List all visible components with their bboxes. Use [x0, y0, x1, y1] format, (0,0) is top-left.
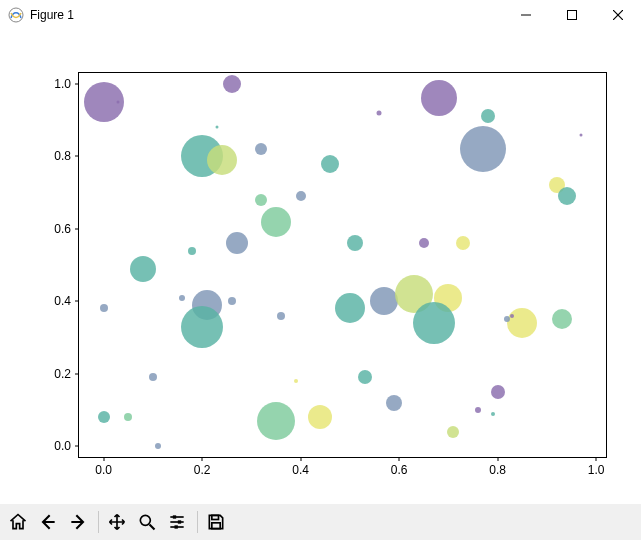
data-point — [215, 126, 218, 129]
data-point — [413, 302, 455, 344]
y-tick-label: 0.6 — [54, 222, 71, 236]
forward-button[interactable] — [64, 508, 92, 536]
data-point — [261, 207, 291, 237]
x-tick-label: 0.0 — [95, 463, 112, 477]
data-point — [155, 443, 161, 449]
x-tick — [300, 457, 301, 461]
data-point — [124, 413, 132, 421]
figure-canvas: 0.00.20.40.60.81.00.00.20.40.60.81.0 — [0, 30, 641, 504]
window-close-button[interactable] — [595, 0, 641, 30]
svg-rect-12 — [175, 525, 178, 528]
svg-point-0 — [9, 8, 23, 22]
data-point — [257, 402, 295, 440]
home-button[interactable] — [4, 508, 32, 536]
configure-subplots-button[interactable] — [163, 508, 191, 536]
data-point — [100, 304, 108, 312]
x-tick-label: 0.6 — [391, 463, 408, 477]
save-button[interactable] — [202, 508, 230, 536]
x-tick-label: 1.0 — [588, 463, 605, 477]
svg-rect-14 — [212, 523, 220, 529]
svg-rect-8 — [173, 515, 176, 518]
data-point — [181, 306, 223, 348]
window-minimize-button[interactable] — [503, 0, 549, 30]
data-point — [504, 316, 510, 322]
x-tick — [202, 457, 203, 461]
data-point — [491, 412, 495, 416]
data-point — [179, 295, 185, 301]
x-tick-label: 0.8 — [489, 463, 506, 477]
data-point — [149, 373, 157, 381]
x-tick — [103, 457, 104, 461]
data-point — [481, 109, 495, 123]
y-tick — [75, 228, 79, 229]
svg-rect-10 — [178, 520, 181, 523]
y-tick-label: 0.0 — [54, 439, 71, 453]
y-tick — [75, 156, 79, 157]
data-point — [223, 75, 241, 93]
x-tick — [497, 457, 498, 461]
svg-point-5 — [140, 515, 150, 525]
app-icon — [8, 7, 24, 23]
data-point — [130, 256, 156, 282]
window-maximize-button[interactable] — [549, 0, 595, 30]
data-point — [255, 143, 267, 155]
y-tick — [75, 301, 79, 302]
data-point — [335, 293, 365, 323]
titlebar: Figure 1 — [0, 0, 641, 30]
y-tick — [75, 83, 79, 84]
data-point — [456, 236, 470, 250]
data-point — [228, 297, 236, 305]
x-tick-label: 0.2 — [194, 463, 211, 477]
data-point — [117, 100, 120, 103]
x-tick-label: 0.4 — [292, 463, 309, 477]
data-point — [421, 80, 457, 116]
data-point — [277, 312, 285, 320]
y-tick-label: 0.8 — [54, 149, 71, 163]
data-point — [321, 155, 339, 173]
back-button[interactable] — [34, 508, 62, 536]
svg-rect-13 — [212, 515, 219, 519]
data-point — [308, 405, 332, 429]
data-point — [188, 247, 196, 255]
toolbar-separator — [98, 511, 99, 533]
data-point — [347, 235, 363, 251]
data-point — [207, 145, 237, 175]
window-title: Figure 1 — [30, 8, 74, 22]
data-point — [552, 309, 572, 329]
data-point — [98, 411, 110, 423]
y-tick-label: 0.4 — [54, 294, 71, 308]
data-point — [419, 238, 429, 248]
data-point — [491, 385, 505, 399]
svg-line-6 — [150, 525, 155, 530]
x-tick — [596, 457, 597, 461]
y-tick — [75, 446, 79, 447]
zoom-button[interactable] — [133, 508, 161, 536]
data-point — [507, 308, 537, 338]
data-point — [294, 379, 298, 383]
toolbar-separator — [197, 511, 198, 533]
data-point — [386, 395, 402, 411]
navigation-toolbar — [0, 504, 641, 540]
y-tick-label: 1.0 — [54, 77, 71, 91]
figure-window: Figure 1 0.00.20.40.60.81.00.00.20.40.60… — [0, 0, 641, 540]
data-point — [447, 426, 459, 438]
chart-axes: 0.00.20.40.60.81.00.00.20.40.60.81.0 — [78, 72, 607, 458]
data-point — [475, 407, 481, 413]
data-point — [510, 314, 514, 318]
data-point — [296, 191, 306, 201]
data-point — [558, 187, 576, 205]
data-point — [377, 110, 382, 115]
data-point — [358, 370, 372, 384]
data-point — [460, 126, 506, 172]
y-tick-label: 0.2 — [54, 367, 71, 381]
y-tick — [75, 373, 79, 374]
pan-button[interactable] — [103, 508, 131, 536]
data-point — [226, 232, 248, 254]
data-point — [255, 194, 267, 206]
svg-rect-2 — [568, 11, 577, 20]
data-point — [580, 133, 583, 136]
x-tick — [399, 457, 400, 461]
